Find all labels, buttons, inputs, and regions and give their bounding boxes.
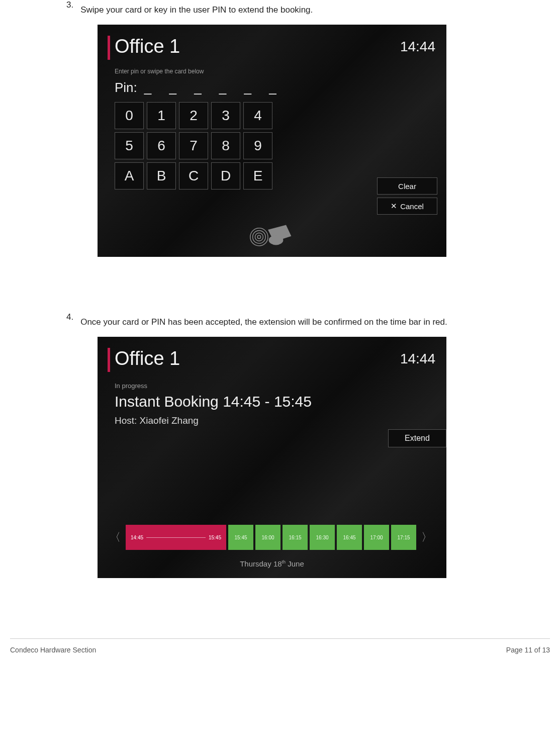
key-D[interactable]: D (211, 162, 240, 190)
key-0[interactable]: 0 (115, 102, 144, 129)
clear-button[interactable]: Clear (377, 177, 437, 195)
host-label: Host: Xiaofei Zhang (115, 415, 199, 426)
key-B[interactable]: B (147, 162, 176, 190)
pin-display: Pin: _ _ _ _ _ _ (115, 80, 284, 96)
timeline-slot-free[interactable]: 16:15 (283, 525, 308, 550)
key-8[interactable]: 8 (211, 132, 240, 159)
key-5[interactable]: 5 (115, 132, 144, 159)
key-9[interactable]: 9 (243, 132, 272, 159)
extend-button[interactable]: Extend (388, 429, 446, 447)
key-C[interactable]: C (179, 162, 208, 190)
booked-line (146, 537, 206, 538)
timeline-slot-booked: 14:45 15:45 (126, 525, 226, 550)
timeline-next[interactable]: 〉 (418, 525, 435, 550)
chevron-left-icon: 〈 (110, 530, 121, 545)
date-label: Thursday 18th June (98, 559, 446, 568)
timeline-slot-free[interactable]: 17:00 (364, 525, 389, 550)
key-4[interactable]: 4 (243, 102, 272, 129)
timeline-prev[interactable]: 〈 (107, 525, 124, 550)
cancel-button[interactable]: ✕ Cancel (377, 198, 437, 215)
page-footer: Condeco Hardware Section Page 11 of 13 (10, 638, 550, 654)
svg-point-4 (269, 235, 284, 245)
step-text-4: Once your card or PIN has been accepted,… (80, 312, 550, 332)
footer-page: Page 11 of 13 (506, 646, 550, 654)
key-A[interactable]: A (115, 162, 144, 190)
date-prefix: Thursday 18 (240, 559, 282, 568)
step-number-4: 4. (10, 312, 73, 332)
svg-point-1 (255, 233, 263, 241)
footer-section: Condeco Hardware Section (10, 646, 96, 654)
step-number-3: 3. (10, 0, 73, 20)
timeline-slot-free[interactable]: 17:15 (391, 525, 416, 550)
accent-bar (108, 36, 110, 60)
room-name: Office 1 (115, 36, 180, 57)
key-1[interactable]: 1 (147, 102, 176, 129)
booked-start: 14:45 (131, 535, 143, 540)
pin-hint: Enter pin or swipe the card below (115, 68, 204, 75)
chevron-right-icon: 〉 (421, 530, 432, 545)
pin-screen: Office 1 14:44 Enter pin or swipe the ca… (98, 25, 446, 257)
keypad: 0 1 2 3 4 5 6 7 8 9 A B C D E (115, 102, 272, 190)
svg-point-2 (253, 231, 266, 244)
extend-label: Extend (405, 434, 430, 443)
step-text-3: Swipe your card or key in the user PIN t… (80, 0, 550, 20)
date-suffix: June (286, 559, 304, 568)
cancel-label: Cancel (400, 202, 424, 211)
timeline: 〈 14:45 15:45 15:45 16:00 16:15 16:30 16… (107, 525, 437, 550)
key-E[interactable]: E (243, 162, 272, 190)
timeline-slot-free[interactable]: 16:45 (337, 525, 362, 550)
svg-point-0 (257, 235, 260, 238)
close-icon: ✕ (391, 202, 397, 211)
clock: 14:44 (400, 351, 435, 367)
accent-bar (108, 348, 110, 372)
clear-label: Clear (398, 182, 416, 191)
booked-end: 15:45 (209, 535, 221, 540)
room-name: Office 1 (115, 348, 180, 369)
pin-label: Pin: (115, 80, 137, 96)
key-7[interactable]: 7 (179, 132, 208, 159)
timeline-slot-free[interactable]: 15:45 (228, 525, 253, 550)
key-6[interactable]: 6 (147, 132, 176, 159)
timeline-slot-free[interactable]: 16:30 (310, 525, 335, 550)
booking-title: Instant Booking 14:45 - 15:45 (115, 393, 312, 410)
pin-value: _ _ _ _ _ _ (144, 80, 284, 96)
swipe-card-icon (247, 222, 297, 250)
timeline-slot-free[interactable]: 16:00 (255, 525, 281, 550)
clock: 14:44 (400, 39, 435, 55)
booking-screen: Office 1 14:44 In progress Instant Booki… (98, 337, 446, 578)
status-label: In progress (115, 382, 147, 390)
date-ordinal: th (282, 559, 286, 564)
key-3[interactable]: 3 (211, 102, 240, 129)
key-2[interactable]: 2 (179, 102, 208, 129)
